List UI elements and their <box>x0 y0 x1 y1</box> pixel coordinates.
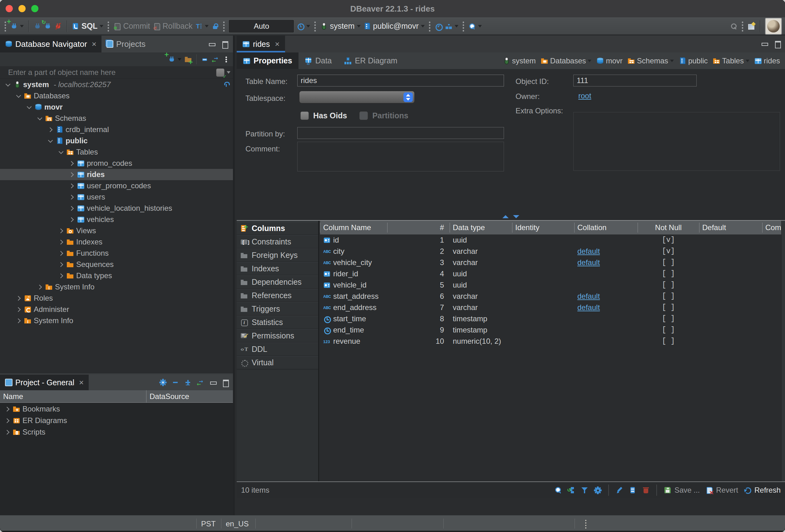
tree-item[interactable]: System Info <box>0 315 233 326</box>
collation-link[interactable]: default <box>577 247 600 255</box>
has-oids-checkbox[interactable] <box>300 111 309 120</box>
subnav-item[interactable]: Statistics <box>237 315 318 329</box>
minimize-panel-icon[interactable] <box>208 40 216 48</box>
minimize-window-button[interactable] <box>19 5 26 12</box>
chevron-icon[interactable] <box>58 273 64 279</box>
chevron-icon[interactable] <box>4 429 10 435</box>
view-tab[interactable]: Properties <box>237 52 299 69</box>
sql-editor-button[interactable]: SQL <box>72 22 103 31</box>
save-button[interactable]: Save ... <box>675 486 700 495</box>
project-tree-item[interactable]: Scripts <box>0 426 233 438</box>
table-row[interactable]: revenue 10 numeric(10, 2) [ ] <box>320 336 781 347</box>
object-filter-input[interactable] <box>8 68 216 77</box>
chevron-icon[interactable] <box>16 306 22 312</box>
vertical-scrollbar[interactable] <box>781 221 785 498</box>
compare-data-button[interactable] <box>445 23 458 30</box>
tree-item[interactable]: system - localhost:26257 <box>0 79 233 90</box>
subnav-item[interactable]: References <box>237 289 318 302</box>
grid-column-header[interactable]: Not Null <box>638 221 699 234</box>
subnav-item[interactable]: DDL <box>237 343 318 356</box>
subnav-item[interactable]: Permissions <box>237 329 318 343</box>
dashboard-button[interactable] <box>435 23 442 30</box>
subnav-item[interactable]: Triggers <box>237 302 318 315</box>
editor-tab-rides[interactable]: rides × <box>237 35 285 52</box>
breadcrumb-item[interactable]: Schemas <box>628 56 674 65</box>
tree-item[interactable]: Sequences <box>0 259 233 270</box>
breadcrumb-item[interactable]: system <box>503 56 536 65</box>
tree-item[interactable]: vehicle_location_histories <box>0 203 233 214</box>
expand-icon[interactable] <box>184 379 192 386</box>
rollback-button[interactable]: Rollback <box>153 22 193 31</box>
new-connection-button[interactable] <box>10 23 24 30</box>
tree-item[interactable]: Administer <box>0 304 233 315</box>
tree-item[interactable]: users <box>0 192 233 203</box>
close-icon[interactable]: × <box>275 39 279 49</box>
tree-item[interactable]: Views <box>0 225 233 236</box>
tree-item[interactable]: Schemas <box>0 113 233 124</box>
tab-database-navigator[interactable]: Database Navigator × <box>0 35 101 52</box>
chevron-icon[interactable] <box>16 318 22 324</box>
commit-mode-combo[interactable]: Auto <box>229 20 294 32</box>
sash-down-icon[interactable] <box>513 215 519 218</box>
close-icon[interactable]: × <box>92 39 97 49</box>
chevron-icon[interactable] <box>69 217 75 223</box>
timezone-indicator[interactable]: PST <box>201 515 216 532</box>
subnav-item[interactable]: Constraints <box>237 235 318 249</box>
subnav-item[interactable]: Foreign Keys <box>237 249 318 262</box>
tree-item[interactable]: promo_codes <box>0 158 233 169</box>
commit-button[interactable]: Commit <box>113 22 150 31</box>
tree-item[interactable]: Databases <box>0 90 233 101</box>
table-row[interactable]: city 2 varchar default [v] <box>320 246 781 257</box>
chevron-icon[interactable] <box>37 284 43 290</box>
tab-projects[interactable]: Projects <box>101 35 151 52</box>
subnav-item[interactable]: Columns <box>237 222 318 235</box>
extra-options-area[interactable] <box>573 112 780 171</box>
column-header-name[interactable]: Name <box>0 392 146 401</box>
active-connection-selector[interactable]: system <box>320 22 360 31</box>
save-icon[interactable] <box>664 486 672 494</box>
breadcrumb-item[interactable]: rides <box>754 56 780 65</box>
tablespace-combo[interactable] <box>299 91 415 103</box>
owner-link[interactable]: root <box>578 92 591 100</box>
tree-item[interactable]: movr <box>0 101 233 113</box>
chevron-icon[interactable] <box>69 160 75 167</box>
lock-button[interactable] <box>211 23 219 30</box>
chevron-icon[interactable] <box>58 149 64 155</box>
chevron-icon[interactable] <box>5 81 11 88</box>
splitter-sash[interactable] <box>237 213 785 220</box>
minimize-panel-icon[interactable] <box>761 40 768 47</box>
tree-item[interactable]: rides <box>0 169 233 180</box>
column-header-datasource[interactable]: DataSource <box>146 390 233 402</box>
breadcrumb-item[interactable]: Databases <box>541 56 592 65</box>
tree-item[interactable]: public <box>0 135 233 146</box>
chevron-icon[interactable] <box>16 93 22 99</box>
tree-item[interactable]: Indexes <box>0 236 233 248</box>
chevron-icon[interactable] <box>16 295 22 301</box>
tree-item[interactable]: Roles <box>0 293 233 304</box>
table-row[interactable]: start_address 6 varchar default [ ] <box>320 291 781 302</box>
revert-icon[interactable] <box>705 486 713 494</box>
chevron-icon[interactable] <box>4 406 10 412</box>
project-tree-item[interactable]: ER Diagrams <box>0 414 233 426</box>
subnav-item[interactable]: Dependencies <box>237 275 318 289</box>
close-icon[interactable]: × <box>79 378 84 387</box>
subnav-item[interactable]: Indexes <box>237 262 318 275</box>
table-row[interactable]: end_address 7 varchar default [ ] <box>320 302 781 313</box>
sash-up-icon[interactable] <box>502 215 509 218</box>
collation-link[interactable]: default <box>577 292 600 300</box>
table-row[interactable]: vehicle_city 3 varchar default [ ] <box>320 257 781 268</box>
zoom-window-button[interactable] <box>31 5 39 12</box>
grid-filter-icon[interactable] <box>581 486 588 494</box>
collapse-all-button[interactable] <box>201 56 209 63</box>
collation-link[interactable]: default <box>577 303 600 311</box>
grid-column-header[interactable]: Collation <box>574 221 638 234</box>
quick-search-button[interactable] <box>730 23 737 30</box>
chevron-icon[interactable] <box>69 171 75 178</box>
chevron-icon[interactable] <box>4 417 10 424</box>
grid-sync-icon[interactable] <box>568 486 575 494</box>
gear-icon[interactable] <box>159 379 167 386</box>
reconnect-button[interactable] <box>44 23 52 30</box>
active-schema-selector[interactable]: public@movr <box>363 22 425 31</box>
breadcrumb-item[interactable]: movr <box>597 56 622 65</box>
nav-new-connection-button[interactable] <box>168 56 181 63</box>
